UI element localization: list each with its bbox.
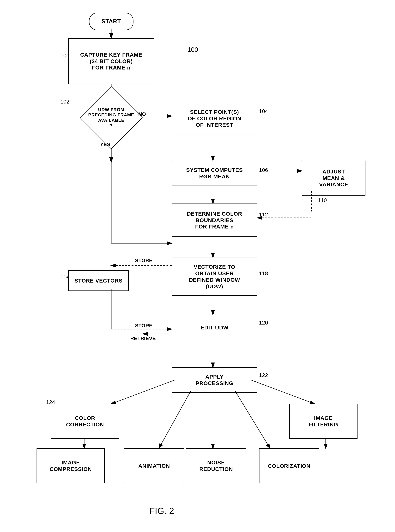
select-points-node: SELECT POINT(S) OF COLOR REGION OF INTER… [172,102,258,135]
ref-100: 100 [187,46,198,53]
svg-line-21 [251,380,315,404]
ref-101: 101 [60,52,69,59]
ref-102: 102 [60,99,69,105]
flowchart-diagram: START CAPTURE KEY FRAME (24 BIT COLOR) F… [0,0,395,532]
vectorize-node: VECTORIZE TO OBTAIN USER DEFINED WINDOW … [172,258,258,296]
svg-line-22 [159,391,191,448]
image-filtering-node: IMAGE FILTERING [289,404,357,439]
ref-120: 120 [259,320,268,326]
ref-104: 104 [259,108,268,114]
no-label: NO [138,111,146,117]
rgb-mean-node: SYSTEM COMPUTES RGB MEAN [172,161,258,186]
ref-124: 124 [46,399,55,405]
start-node: START [89,13,133,30]
apply-processing-node: APPLY PROCESSING [172,367,258,393]
adjust-mean-node: ADJUST MEAN & VARIANCE [302,161,365,196]
color-correction-node: COLOR CORRECTION [51,404,119,439]
ref-112: 112 [259,211,268,218]
store-vectors-node: STORE VECTORS [68,270,129,291]
store-label-1: STORE [135,258,153,263]
color-boundaries-node: DETERMINE COLOR BOUNDARIES FOR FRAME n [172,204,258,237]
retrieve-label: RETRIEVE [130,335,156,341]
ref-114: 114 [60,273,69,280]
animation-node: ANIMATION [124,448,184,483]
store-label-2: STORE [135,323,153,329]
udw-diamond-container: UDW FROM PRECEDING FRAME AVAILABLE ? [87,94,135,142]
edit-udw-node: EDIT UDW [172,315,258,340]
colorization-node: COLORIZATION [259,448,319,483]
svg-line-24 [235,391,270,448]
yes-label: YES [100,142,110,147]
image-compression-node: IMAGE COMPRESSION [37,448,105,483]
svg-line-20 [111,380,175,404]
ref-106: 106 [259,167,268,173]
ref-110: 110 [318,197,327,203]
noise-reduction-node: NOISE REDUCTION [186,448,246,483]
capture-keyframe-node: CAPTURE KEY FRAME (24 BIT COLOR) FOR FRA… [68,38,154,84]
figure-label: FIG. 2 [149,506,174,516]
ref-118: 118 [259,270,268,277]
ref-122: 122 [259,372,268,378]
